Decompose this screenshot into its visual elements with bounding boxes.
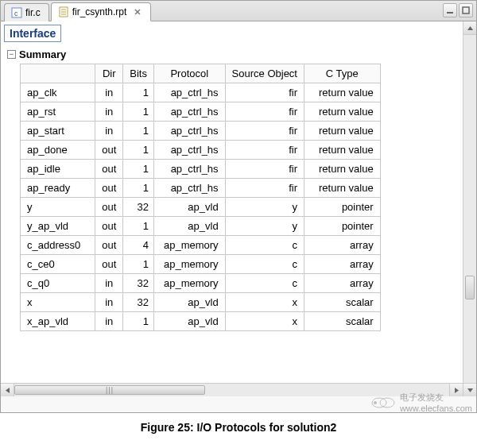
cell-dir: out	[95, 198, 123, 217]
svg-point-16	[374, 401, 377, 404]
c-file-icon: c	[11, 7, 22, 18]
table-row: ap_doneout1ap_ctrl_hsfirreturn value	[21, 141, 381, 160]
vertical-scrollbar[interactable]	[463, 21, 476, 396]
cell-bits: 1	[123, 312, 154, 331]
cell-c-type: return value	[304, 122, 380, 141]
cell-dir: in	[95, 102, 123, 122]
cell-source-object: c	[225, 274, 304, 293]
cell-dir: in	[95, 312, 123, 331]
cell-bits: 32	[123, 198, 154, 217]
figure-caption: Figure 25: I/O Protocols for solution2	[0, 421, 477, 434]
cell-name: ap_clk	[21, 83, 95, 102]
table-row: yout32ap_vldypointer	[21, 198, 381, 217]
cell-source-object: fir	[225, 102, 304, 122]
svg-rect-9	[463, 7, 469, 14]
cell-protocol: ap_ctrl_hs	[153, 102, 225, 122]
scroll-left-icon[interactable]	[1, 384, 14, 396]
scroll-thumb[interactable]: |||	[14, 385, 205, 395]
report-content: Interface − Summary Dir Bits Protocol So…	[1, 21, 476, 396]
cell-source-object: c	[225, 255, 304, 274]
maximize-view-button[interactable]	[459, 3, 473, 17]
cell-source-object: fir	[225, 179, 304, 198]
cell-protocol: ap_memory	[153, 236, 225, 255]
cell-c-type: pointer	[304, 217, 380, 236]
tab-fir-c[interactable]: c fir.c	[4, 3, 49, 21]
cell-bits: 1	[123, 255, 154, 274]
watermark-text: 电子发烧友 www.elecfans.com	[400, 392, 472, 413]
svg-marker-10	[467, 26, 473, 30]
tab-fir-csynth-rpt[interactable]: fir_csynth.rpt	[51, 2, 152, 21]
table-row: ap_idleout1ap_ctrl_hsfirreturn value	[21, 160, 381, 179]
cell-protocol: ap_vld	[153, 217, 225, 236]
cell-protocol: ap_memory	[153, 255, 225, 274]
report-file-icon	[58, 6, 69, 17]
cell-name: y	[21, 198, 95, 217]
cell-protocol: ap_memory	[153, 274, 225, 293]
svg-marker-12	[6, 388, 10, 393]
col-proto: Protocol	[153, 64, 225, 83]
cell-c-type: return value	[304, 160, 380, 179]
cell-name: c_address0	[21, 236, 95, 255]
section-heading: Interface	[4, 25, 61, 42]
cell-dir: out	[95, 141, 123, 160]
minimize-view-button[interactable]	[443, 3, 457, 17]
cell-protocol: ap_ctrl_hs	[153, 122, 225, 141]
interface-table: Dir Bits Protocol Source Object C Type a…	[20, 64, 381, 331]
cell-name: x	[21, 293, 95, 312]
cell-protocol: ap_vld	[153, 293, 225, 312]
cell-bits: 1	[123, 179, 154, 198]
cell-source-object: y	[225, 217, 304, 236]
close-icon[interactable]	[133, 7, 142, 17]
cell-c-type: scalar	[304, 312, 380, 331]
cell-dir: in	[95, 274, 123, 293]
tab-label: fir_csynth.rpt	[72, 6, 127, 17]
col-src: Source Object	[225, 64, 304, 83]
summary-row: − Summary	[4, 47, 476, 62]
tab-label: fir.c	[25, 7, 41, 18]
cell-bits: 1	[123, 217, 154, 236]
cell-dir: in	[95, 293, 123, 312]
col-name	[21, 64, 95, 83]
col-dir: Dir	[95, 64, 123, 83]
table-header-row: Dir Bits Protocol Source Object C Type	[21, 64, 381, 83]
cell-source-object: fir	[225, 141, 304, 160]
table-row: ap_clkin1ap_ctrl_hsfirreturn value	[21, 83, 381, 102]
cell-protocol: ap_vld	[153, 312, 225, 331]
cell-dir: out	[95, 179, 123, 198]
cell-name: y_ap_vld	[21, 217, 95, 236]
cell-name: ap_ready	[21, 179, 95, 198]
table-row: c_q0in32ap_memorycarray	[21, 274, 381, 293]
cell-protocol: ap_ctrl_hs	[153, 179, 225, 198]
cell-protocol: ap_ctrl_hs	[153, 83, 225, 102]
cell-bits: 1	[123, 102, 154, 122]
cell-source-object: fir	[225, 122, 304, 141]
cell-dir: out	[95, 255, 123, 274]
cell-c-type: array	[304, 236, 380, 255]
cell-c-type: return value	[304, 141, 380, 160]
tree-collapse-icon[interactable]: −	[7, 50, 16, 59]
scroll-thumb[interactable]	[465, 276, 475, 299]
cell-source-object: fir	[225, 83, 304, 102]
cell-source-object: fir	[225, 160, 304, 179]
col-bits: Bits	[123, 64, 154, 83]
cell-protocol: ap_vld	[153, 198, 225, 217]
cell-bits: 1	[123, 83, 154, 102]
table-row: c_address0out4ap_memorycarray	[21, 236, 381, 255]
cell-c-type: pointer	[304, 198, 380, 217]
table-row: ap_rstin1ap_ctrl_hsfirreturn value	[21, 102, 381, 122]
table-row: c_ce0out1ap_memorycarray	[21, 255, 381, 274]
cell-c-type: array	[304, 255, 380, 274]
cell-dir: out	[95, 160, 123, 179]
svg-text:c: c	[14, 10, 18, 17]
cell-bits: 1	[123, 122, 154, 141]
cell-source-object: x	[225, 312, 304, 331]
cell-name: c_ce0	[21, 255, 95, 274]
table-row: ap_readyout1ap_ctrl_hsfirreturn value	[21, 179, 381, 198]
cell-protocol: ap_ctrl_hs	[153, 160, 225, 179]
cell-name: ap_idle	[21, 160, 95, 179]
scroll-up-icon[interactable]	[463, 21, 476, 35]
cell-name: ap_done	[21, 141, 95, 160]
cell-name: x_ap_vld	[21, 312, 95, 331]
cell-source-object: y	[225, 198, 304, 217]
svg-rect-8	[447, 12, 453, 14]
